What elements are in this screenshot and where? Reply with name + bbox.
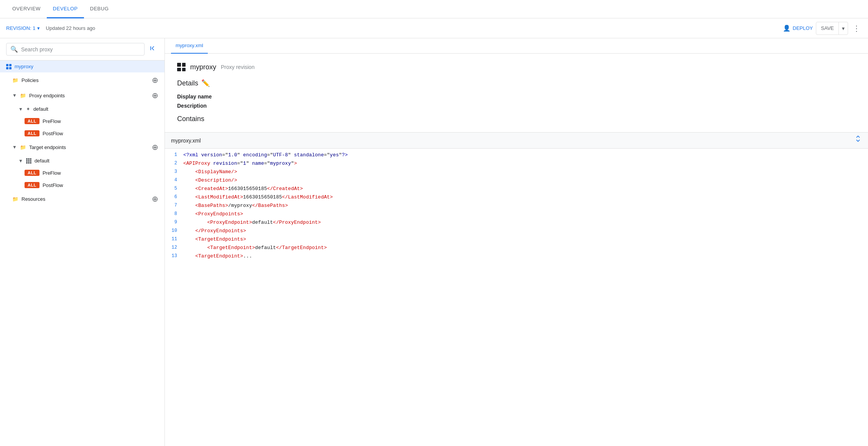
sidebar-item-default-proxy[interactable]: ▼ ✦ default: [0, 103, 164, 115]
proxy-header: myproxy Proxy revision: [177, 63, 856, 71]
proxy-subtitle: Proxy revision: [221, 64, 255, 70]
deploy-button[interactable]: 👤 DEPLOY: [783, 25, 813, 32]
top-nav: OVERVIEW DEVELOP DEBUG: [0, 0, 868, 18]
save-chevron-icon[interactable]: ▾: [839, 23, 848, 34]
folder-icon: 📁: [20, 93, 26, 98]
file-tab-bar: myproxy.xml: [165, 38, 868, 54]
code-line: 9 <ProxyEndpoint>default</ProxyEndpoint>: [165, 219, 868, 228]
folder-icon: 📁: [20, 144, 26, 150]
person-icon: 👤: [783, 25, 791, 32]
sidebar-item-proxy-endpoints[interactable]: ▼ 📁 Proxy endpoints ⊕: [0, 88, 164, 103]
search-input[interactable]: [21, 46, 140, 52]
sidebar-item-myproxy[interactable]: myproxy: [0, 61, 164, 72]
code-line: 5 <CreatedAt>1663015650185</CreatedAt>: [165, 185, 868, 194]
sidebar-item-postflow-proxy[interactable]: ALL PostFlow: [0, 127, 164, 139]
code-line: 6 <LastModifiedAt>1663015650185</LastMod…: [165, 194, 868, 202]
save-button[interactable]: SAVE: [816, 23, 838, 33]
code-line: 12 <TargetEndpoint>default</TargetEndpoi…: [165, 244, 868, 253]
add-target-endpoints-button[interactable]: ⊕: [150, 143, 160, 152]
save-group: SAVE ▾: [816, 22, 848, 35]
tab-develop[interactable]: DEVELOP: [47, 0, 84, 18]
revision-label: REVISION: 1: [6, 25, 36, 31]
sidebar-item-target-endpoints[interactable]: ▼ 📁 Target endpoints ⊕: [0, 139, 164, 155]
details-panel: myproxy Proxy revision Details ✏️ Displa…: [165, 54, 868, 133]
code-filename: myproxy.xml: [171, 138, 201, 144]
sidebar-item-resources[interactable]: 📁 Resources ⊕: [0, 191, 164, 207]
proxy-endpoints-label: Proxy endpoints: [29, 93, 65, 98]
code-header: myproxy.xml: [165, 133, 868, 149]
add-resources-button[interactable]: ⊕: [150, 194, 160, 203]
code-line: 4 <Description/>: [165, 177, 868, 185]
main-layout: 🔍 myproxy 📁 Policies ⊕: [0, 38, 868, 446]
more-options-button[interactable]: ⋮: [851, 22, 862, 34]
search-wrapper: 🔍: [6, 43, 145, 56]
folder-icon: 📁: [12, 196, 18, 202]
target-endpoints-label: Target endpoints: [29, 144, 66, 150]
preflow-proxy-label: PreFlow: [43, 118, 61, 124]
sidebar-item-preflow-target[interactable]: ALL PreFlow: [0, 167, 164, 179]
proxy-display-name: myproxy: [190, 63, 216, 71]
add-proxy-endpoints-button[interactable]: ⊕: [150, 91, 160, 100]
default-target-label: default: [35, 158, 49, 164]
postflow-target-label: PostFlow: [43, 182, 63, 188]
right-panel: myproxy.xml myproxy Proxy revision Detai…: [165, 38, 868, 446]
sidebar-item-policies[interactable]: 📁 Policies ⊕: [0, 72, 164, 88]
contains-title: Contains: [177, 115, 856, 123]
preflow-target-label: PreFlow: [43, 170, 61, 176]
collapse-sidebar-button[interactable]: [148, 43, 158, 56]
code-line: 3 <DisplayName/>: [165, 169, 868, 177]
code-editor[interactable]: 1 <?xml version="1.0" encoding="UTF-8" s…: [165, 149, 868, 446]
chevron-down-icon: ▼: [18, 107, 23, 112]
add-policies-button[interactable]: ⊕: [150, 75, 160, 85]
resources-label: Resources: [21, 196, 45, 202]
proxy-header-icon: [177, 63, 186, 71]
search-row: 🔍: [0, 38, 164, 61]
chevron-down-icon: ▼: [18, 158, 23, 164]
code-line: 8 <ProxyEndpoints>: [165, 211, 868, 219]
myproxy-label: myproxy: [15, 64, 33, 69]
toolbar: REVISION: 1 ▾ Updated 22 hours ago 👤 DEP…: [0, 18, 868, 38]
file-tab-myproxy-xml[interactable]: myproxy.xml: [171, 38, 208, 54]
revision-button[interactable]: REVISION: 1 ▾: [6, 25, 40, 31]
policies-label: Policies: [21, 77, 39, 83]
revision-chevron-icon: ▾: [37, 25, 40, 31]
description-field: Description: [177, 103, 856, 109]
code-line: 7 <BasePaths>/myproxy</BasePaths>: [165, 202, 868, 211]
default-proxy-label: default: [33, 106, 48, 112]
display-name-field: Display name: [177, 93, 856, 100]
all-badge: ALL: [25, 130, 39, 136]
details-section-title: Details ✏️: [177, 79, 856, 87]
chevron-down-icon: ▼: [12, 144, 17, 150]
sidebar-item-postflow-target[interactable]: ALL PostFlow: [0, 179, 164, 191]
edit-icon[interactable]: ✏️: [201, 79, 210, 87]
sidebar-item-default-target[interactable]: ▼ default: [0, 155, 164, 167]
sidebar: 🔍 myproxy 📁 Policies ⊕: [0, 38, 165, 446]
grid-icon: [26, 158, 31, 164]
all-badge: ALL: [25, 118, 39, 124]
code-line: 1 <?xml version="1.0" encoding="UTF-8" s…: [165, 152, 868, 160]
postflow-proxy-label: PostFlow: [43, 131, 63, 136]
sidebar-item-preflow-proxy[interactable]: ALL PreFlow: [0, 115, 164, 127]
all-badge: ALL: [25, 182, 39, 188]
code-line: 13 <TargetEndpoint>...: [165, 253, 868, 261]
proxy-icon: [6, 64, 12, 69]
toolbar-actions: 👤 DEPLOY SAVE ▾ ⋮: [783, 22, 862, 35]
tab-overview[interactable]: OVERVIEW: [6, 0, 47, 18]
code-section: myproxy.xml 1 <?xml version="1.0" encodi…: [165, 133, 868, 446]
code-line: 2 <APIProxy revision="1" name="myproxy">: [165, 160, 868, 169]
code-line: 10 </ProxyEndpoints>: [165, 228, 868, 236]
folder-icon: 📁: [12, 77, 18, 83]
code-line: 11 <TargetEndpoints>: [165, 236, 868, 244]
search-icon: 🔍: [10, 46, 18, 53]
chevron-down-icon: ▼: [12, 93, 17, 98]
tab-debug[interactable]: DEBUG: [84, 0, 115, 18]
endpoint-icon: ✦: [26, 106, 30, 112]
updated-text: Updated 22 hours ago: [46, 25, 95, 31]
all-badge: ALL: [25, 170, 39, 176]
expand-icon[interactable]: [854, 136, 862, 145]
